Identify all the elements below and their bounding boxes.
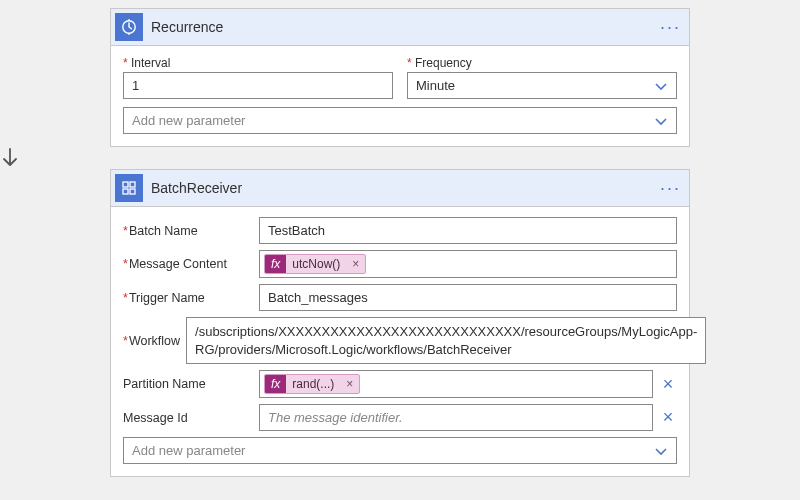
svg-rect-2	[130, 182, 135, 187]
recurrence-title: Recurrence	[151, 19, 652, 35]
expression-token[interactable]: fx utcNow() ×	[264, 254, 366, 274]
batch-header[interactable]: BatchReceiver ···	[111, 170, 689, 207]
partition-name-input[interactable]: fx rand(...) ×	[259, 370, 653, 398]
message-id-label: Message Id	[123, 411, 253, 425]
trigger-name-label: Trigger Name	[123, 291, 253, 305]
interval-label: Interval	[123, 56, 393, 70]
recurrence-header[interactable]: Recurrence ···	[111, 9, 689, 46]
flow-arrow-icon	[0, 147, 800, 169]
message-id-placeholder: The message identifier.	[268, 410, 403, 425]
partition-remove-button[interactable]: ×	[659, 374, 677, 395]
message-id-input[interactable]: The message identifier.	[259, 404, 653, 431]
batch-card: BatchReceiver ··· Batch Name Message Con…	[110, 169, 690, 477]
batch-title: BatchReceiver	[151, 180, 652, 196]
chevron-down-icon	[654, 79, 668, 93]
recurrence-add-parameter[interactable]: Add new parameter	[123, 107, 677, 134]
fx-icon: fx	[265, 375, 286, 393]
add-parameter-label: Add new parameter	[132, 443, 245, 458]
message-id-remove-button[interactable]: ×	[659, 407, 677, 428]
token-text: rand(...)	[286, 375, 340, 393]
token-remove-icon[interactable]: ×	[346, 255, 365, 273]
batch-add-parameter[interactable]: Add new parameter	[123, 437, 677, 464]
token-text: utcNow()	[286, 255, 346, 273]
recurrence-body: Interval Frequency Minute Add new parame…	[111, 46, 689, 146]
batch-name-input[interactable]	[259, 217, 677, 244]
expression-token[interactable]: fx rand(...) ×	[264, 374, 360, 394]
svg-rect-1	[123, 182, 128, 187]
add-parameter-label: Add new parameter	[132, 113, 245, 128]
batch-body: Batch Name Message Content fx utcNow() ×…	[111, 207, 689, 476]
partition-name-label: Partition Name	[123, 377, 253, 391]
batch-more-button[interactable]: ···	[660, 178, 681, 199]
interval-input[interactable]	[123, 72, 393, 99]
frequency-label: Frequency	[407, 56, 677, 70]
chevron-down-icon	[654, 444, 668, 458]
recurrence-card: Recurrence ··· Interval Frequency Minute…	[110, 8, 690, 147]
svg-rect-3	[123, 189, 128, 194]
fx-icon: fx	[265, 255, 286, 273]
batch-icon	[115, 174, 143, 202]
clock-icon	[115, 13, 143, 41]
workflow-input[interactable]: /subscriptions/XXXXXXXXXXXXXXXXXXXXXXXXX…	[186, 317, 706, 364]
frequency-value: Minute	[416, 78, 455, 93]
trigger-name-input[interactable]	[259, 284, 677, 311]
batch-name-label: Batch Name	[123, 224, 253, 238]
message-content-input[interactable]: fx utcNow() ×	[259, 250, 677, 278]
message-content-label: Message Content	[123, 257, 253, 271]
recurrence-more-button[interactable]: ···	[660, 17, 681, 38]
svg-rect-4	[130, 189, 135, 194]
workflow-label: Workflow	[123, 334, 180, 348]
frequency-select[interactable]: Minute	[407, 72, 677, 99]
token-remove-icon[interactable]: ×	[340, 375, 359, 393]
chevron-down-icon	[654, 114, 668, 128]
